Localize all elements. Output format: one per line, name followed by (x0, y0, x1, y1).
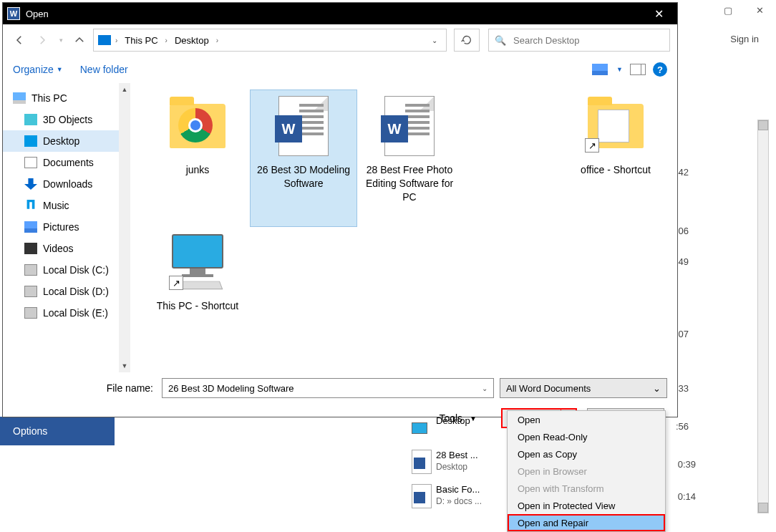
new-folder-button[interactable]: New folder (80, 64, 128, 75)
file-item[interactable]: ↗ This PC - Shortcut (145, 226, 251, 348)
bg-scrollbar[interactable] (757, 120, 769, 513)
open-dropdown-menu: Open Open Read-Only Open as Copy Open in… (507, 410, 666, 532)
time-text: :49 (676, 246, 689, 277)
address-bar[interactable]: › This PC › Desktop › ⌄ (93, 29, 447, 52)
document-icon (24, 157, 37, 168)
recent-title: Basic Fo... (436, 484, 482, 496)
drive-icon (24, 307, 37, 319)
refresh-button[interactable] (454, 29, 480, 52)
view-dropdown[interactable]: ▼ (616, 66, 623, 73)
time-text: 0:14 (678, 480, 696, 512)
file-label: junks (183, 163, 213, 177)
bg-close-button[interactable]: ✕ (744, 0, 776, 20)
file-item[interactable]: junks (145, 90, 251, 226)
word-document-icon: W (384, 96, 435, 156)
search-icon: 🔍 (495, 35, 506, 46)
time-text: :33 (676, 372, 689, 404)
time-text: :56 (676, 410, 689, 442)
search-box[interactable]: 🔍 (488, 29, 670, 52)
up-button[interactable] (70, 31, 89, 49)
folder-shortcut-icon: ↗ (588, 104, 644, 148)
recent-item[interactable]: Basic Fo...D: » docs ... (412, 484, 505, 514)
file-label: 28 Best Free Photo Editing Software for … (357, 163, 462, 204)
close-button[interactable]: ✕ (644, 3, 673, 24)
dialog-title: Open (26, 9, 644, 19)
drive-icon (24, 264, 37, 276)
time-text: :07 (676, 318, 689, 349)
filename-dropdown[interactable]: ⌄ (482, 385, 488, 392)
tree-item-this-pc[interactable]: This PC (3, 87, 130, 109)
file-label: office - Shortcut (578, 163, 654, 177)
help-button[interactable]: ? (653, 62, 667, 77)
back-button[interactable] (10, 31, 29, 49)
tree-item-drive-e[interactable]: Local Disk (E:) (3, 302, 130, 324)
filename-label: File name: (13, 382, 156, 394)
filename-input[interactable]: 26 Best 3D Modeling Software⌄ (162, 378, 494, 398)
time-text: 0:39 (678, 448, 696, 480)
breadcrumb-item[interactable]: Desktop (172, 35, 212, 46)
download-icon (24, 178, 37, 190)
tree-item-desktop[interactable]: Desktop (3, 130, 130, 152)
recent-item[interactable]: 28 Best ...Desktop (412, 450, 505, 480)
menu-item-open-as-copy[interactable]: Open as Copy (508, 445, 665, 463)
organize-button[interactable]: Organize▼ (13, 64, 63, 75)
word-icon (412, 450, 432, 474)
chevron-right-icon[interactable]: › (114, 37, 119, 44)
search-input[interactable] (512, 34, 664, 47)
preview-pane-button[interactable] (630, 64, 646, 75)
chevron-right-icon[interactable]: › (215, 37, 220, 44)
drive-icon (24, 286, 37, 297)
breadcrumb-item[interactable]: This PC (122, 35, 160, 46)
menu-item-open-in-browser: Open in Browser (508, 463, 665, 480)
recent-title: 28 Best ... (436, 450, 478, 462)
cube-icon (24, 114, 37, 125)
file-item[interactable]: W 28 Best Free Photo Editing Software fo… (357, 90, 462, 226)
tree-item-drive-d[interactable]: Local Disk (D:) (3, 281, 130, 302)
tree-item-3d-objects[interactable]: 3D Objects (3, 109, 130, 130)
tree-item-documents[interactable]: Documents (3, 152, 130, 173)
tree-item-downloads[interactable]: Downloads (3, 173, 130, 195)
time-text: :06 (676, 215, 689, 246)
forward-button[interactable] (33, 31, 52, 49)
time-text: :42 (676, 156, 689, 188)
tree-item-drive-c[interactable]: Local Disk (C:) (3, 259, 130, 281)
tools-button[interactable]: Tools▼ (439, 412, 477, 424)
file-label: 26 Best 3D Modeling Software (251, 163, 357, 190)
chevron-right-icon[interactable]: › (164, 37, 169, 44)
titlebar: W Open ✕ (3, 3, 677, 24)
pictures-icon (24, 221, 37, 233)
word-app-icon: W (7, 7, 20, 20)
file-item[interactable]: W 26 Best 3D Modeling Software (251, 90, 357, 226)
menu-item-open-protected[interactable]: Open in Protected View (508, 497, 665, 514)
file-label: This PC - Shortcut (154, 299, 241, 313)
word-icon (412, 484, 432, 508)
open-dialog: W Open ✕ ▾ › This PC › Desktop › ⌄ 🔍 Org… (3, 3, 677, 417)
address-dropdown[interactable]: ⌄ (427, 37, 442, 44)
sign-in-link[interactable]: Sign in (730, 34, 759, 44)
tree-item-music[interactable]: Music (3, 195, 130, 216)
recent-sub: D: » docs ... (436, 496, 482, 508)
menu-item-open-readonly[interactable]: Open Read-Only (508, 428, 665, 445)
tree-item-videos[interactable]: Videos (3, 238, 130, 259)
location-icon (98, 35, 111, 45)
file-type-select[interactable]: All Word Documents⌄ (500, 378, 667, 398)
recent-sub: Desktop (436, 462, 478, 473)
file-item[interactable]: ↗ office - Shortcut (563, 90, 669, 226)
pc-icon (13, 92, 26, 104)
folder-tree: This PC 3D Objects Desktop Documents Dow… (3, 83, 130, 372)
pc-shortcut-icon: ↗ (166, 234, 229, 290)
folder-icon (170, 104, 225, 148)
tree-scrollbar[interactable]: ▲▼ (119, 83, 130, 372)
view-mode-button[interactable] (591, 62, 609, 77)
word-document-icon: W (278, 96, 329, 156)
history-dropdown[interactable]: ▾ (56, 31, 66, 49)
tree-item-pictures[interactable]: Pictures (3, 216, 130, 238)
video-icon (24, 243, 37, 254)
menu-item-open-with-transform: Open with Transform (508, 480, 665, 497)
monitor-icon (24, 135, 37, 147)
music-icon (24, 200, 37, 211)
bg-maximize-button[interactable]: ▢ (712, 0, 744, 20)
menu-item-open-and-repair[interactable]: Open and Repair (508, 514, 665, 531)
file-list: junks W 26 Best 3D Modeling Software W 2… (130, 83, 677, 372)
menu-item-open[interactable]: Open (508, 411, 665, 428)
